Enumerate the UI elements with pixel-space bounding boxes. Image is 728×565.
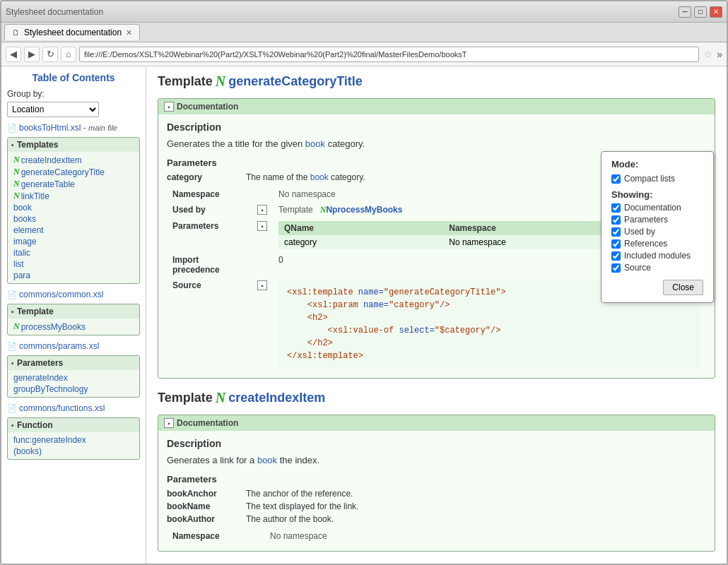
sidebar-item-groupbytechnology[interactable]: groupByTechnology [13, 383, 134, 395]
includedmodules-label: Included modules [624, 251, 691, 261]
file-link-functions[interactable]: commons/functions.xsl [19, 403, 105, 413]
minimize-button[interactable]: ─ [679, 6, 691, 18]
template1-name[interactable]: generateCategoryTitle [228, 74, 363, 89]
templates-section: ▪ Templates N createIndexItem N generate… [7, 137, 140, 284]
sidebar-item-func-books[interactable]: (books) [13, 446, 134, 457]
sidebar-item-book[interactable]: book [13, 202, 134, 213]
sidebar-item-element[interactable]: element [13, 225, 134, 236]
tab-page-icon: 🗋 [12, 28, 20, 37]
template2-description: Generates a link for a book the index. [167, 455, 706, 465]
sidebar-item-image[interactable]: image [13, 236, 134, 247]
file-link-params[interactable]: commons/params.xsl [19, 341, 99, 351]
parameters-section-content: generateIndex groupByTechnology [8, 370, 139, 397]
browser-window: Stylesheet documentation ─ □ ✕ 🗋 Stylesh… [0, 0, 728, 565]
maximize-button[interactable]: □ [694, 6, 707, 18]
sidebar: Table of Contents Group by: Location Nam… [1, 66, 146, 564]
sidebar-item-list[interactable]: list [13, 258, 134, 270]
address-bar[interactable] [79, 47, 699, 62]
content-area: Table of Contents Group by: Location Nam… [1, 66, 727, 564]
sidebar-item-func-generateindex[interactable]: func:generateIndex [13, 434, 134, 446]
file-link-bookstohtml[interactable]: booksToHtml.xsl - main file [19, 123, 117, 133]
template2-param-bookauthor-desc: The author of the book. [246, 514, 334, 524]
home-button[interactable]: ⌂ [61, 47, 76, 62]
template2-param-bookauthor-name: bookAuthor [167, 514, 237, 524]
sidebar-item-processmybooks[interactable]: N processMyBooks [13, 321, 134, 333]
source-checkbox[interactable] [611, 263, 621, 273]
source-collapse-icon[interactable]: ▪ [257, 280, 267, 290]
templates-section-content: N createIndexItem N generateCategoryTitl… [8, 152, 139, 283]
file-link-common[interactable]: commons/common.xsl [19, 290, 103, 299]
forward-button[interactable]: ▶ [24, 47, 40, 62]
sidebar-item-para[interactable]: para [13, 270, 134, 281]
template2-book-link[interactable]: book [257, 455, 277, 465]
references-checkbox[interactable] [611, 239, 621, 249]
sidebar-item-createindexitem[interactable]: N createIndexItem [13, 154, 134, 166]
close-button[interactable]: ✕ [710, 6, 722, 18]
browser-menu-button[interactable]: » [717, 49, 722, 60]
compact-lists-row: Compact lists [611, 174, 703, 184]
tab-close-button[interactable]: ✕ [126, 28, 132, 37]
template1-title: Template N generateCategoryTitle [158, 73, 715, 90]
function-section-header[interactable]: ▪ Function [8, 418, 139, 432]
sidebar-file-bookstohtml: 📄 booksToHtml.xsl - main file [7, 123, 140, 133]
template2-doc-section: ▪ Documentation Description Generates a … [158, 415, 715, 552]
back-button[interactable]: ◀ [6, 47, 21, 62]
usedby-checkbox[interactable] [611, 227, 621, 237]
used-by-link[interactable]: NprocessMyBooks [326, 205, 402, 215]
sidebar-item-linktitle[interactable]: N linkTitle [13, 190, 134, 202]
showing-includedmodules-row: Included modules [611, 251, 703, 261]
includedmodules-checkbox[interactable] [611, 251, 621, 261]
parameters-section-header[interactable]: ▪ Parameters [8, 356, 139, 370]
sidebar-item-generatetable[interactable]: N generateTable [13, 178, 134, 190]
template1-title-text: Template [158, 74, 213, 89]
source-label: Source [167, 278, 252, 371]
window-controls: ─ □ ✕ [679, 6, 722, 18]
sidebar-item-generatecategorytitle[interactable]: N generateCategoryTitle [13, 166, 134, 178]
sidebar-item-generateindex[interactable]: generateIndex [13, 372, 134, 383]
template-section-common: ▪ Template N processMyBooks [7, 304, 140, 335]
browser-tab[interactable]: 🗋 Stylesheet documentation ✕ [4, 24, 140, 40]
sidebar-item-books[interactable]: books [13, 213, 134, 225]
qname-header: QName [278, 221, 443, 235]
group-by-label: Group by: [7, 89, 140, 99]
showing-references-row: References [611, 239, 703, 249]
documentation-checkbox[interactable] [611, 203, 621, 213]
template-section-common-content: N processMyBooks [8, 319, 139, 335]
template1-description: Generates the a title for the given book… [167, 138, 706, 149]
template2-collapse-icon[interactable]: ▪ [164, 418, 174, 428]
sidebar-file-functions: 📄 commons/functions.xsl [7, 403, 140, 413]
template1-doc-header: ▪ Documentation [158, 99, 715, 114]
template1-book-link[interactable]: book [305, 138, 325, 149]
template2-N-badge: N [216, 390, 225, 406]
template2-name[interactable]: createIndexItem [228, 391, 325, 405]
group-by-select[interactable]: Location Name Type [7, 102, 99, 117]
template1-book-link2[interactable]: book [310, 172, 329, 182]
mode-popup-title: Mode: [611, 159, 703, 170]
compact-lists-checkbox[interactable] [611, 174, 621, 184]
toc-title: Table of Contents [7, 72, 140, 83]
showing-source-row: Source [611, 263, 703, 273]
template1-param-category-name: category [167, 172, 237, 182]
template-section-common-header[interactable]: ▪ Template [8, 304, 139, 319]
sidebar-item-italic[interactable]: italic [13, 247, 134, 258]
template2-param-bookname-desc: The text displayed for the link. [246, 501, 358, 511]
template2-doc-label: Documentation [177, 418, 238, 428]
parameters-checkbox[interactable] [611, 215, 621, 225]
template2-namespace-label: Namespace [167, 528, 252, 544]
used-by-template-label: Template [278, 205, 313, 215]
template1-collapse-icon[interactable]: ▪ [164, 102, 174, 112]
used-by-collapse: ▪ [252, 202, 273, 218]
used-by-collapse-icon[interactable]: ▪ [257, 205, 267, 215]
templates-section-header[interactable]: ▪ Templates [8, 138, 139, 152]
sidebar-file-common: 📄 commons/common.xsl [7, 290, 140, 299]
showing-parameters-row: Parameters [611, 215, 703, 225]
parameters-collapse-icon[interactable]: ▪ [257, 221, 267, 231]
bookmark-star-icon[interactable]: ☆ [703, 49, 712, 60]
template2-param-row-bookanchor: bookAnchor The anchor of the reference. [167, 489, 706, 499]
function-section-label: Function [17, 420, 53, 430]
showing-label: Showing: [611, 189, 703, 200]
parameters-section-label: Parameters [17, 358, 63, 368]
close-popup-button[interactable]: Close [663, 280, 703, 295]
template2-description-label: Description [167, 438, 706, 449]
refresh-button[interactable]: ↻ [42, 47, 58, 62]
